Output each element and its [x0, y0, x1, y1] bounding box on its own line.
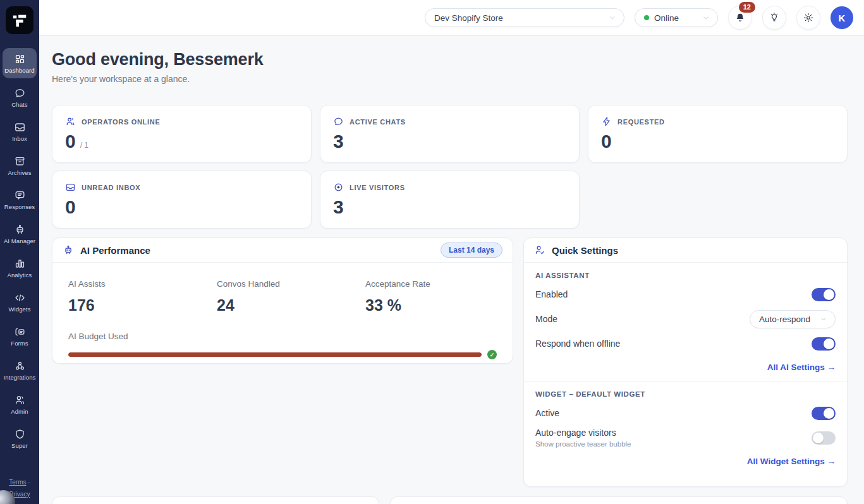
stat-value: 0 [65, 132, 76, 151]
sidebar-item-archives[interactable]: Archives [3, 150, 37, 181]
footer-separator: · [28, 479, 30, 486]
setting-label: Auto-engage visitors [535, 428, 631, 438]
section-heading-widget: WIDGET – DEFAULT WIDGET [535, 390, 836, 398]
sidebar-item-ai-manager[interactable]: AI Manager [3, 219, 37, 249]
chevron-down-icon [820, 315, 827, 323]
setting-row-respond-offline: Respond when offline [535, 332, 836, 355]
status-selector[interactable]: Online [635, 8, 718, 27]
app-window: Dashboard Chats Inbox Archives Responses… [0, 0, 864, 504]
settings-button[interactable] [796, 6, 820, 30]
sidebar-item-label: Integrations [4, 374, 36, 381]
stats-grid: OPERATORS ONLINE 0 / 1 ACTIVE CHATS 3 [52, 105, 848, 229]
lightning-icon [601, 116, 612, 127]
stat-card-live-visitors: LIVE VISITORS 3 [320, 171, 580, 229]
chat-bubble-icon [333, 116, 344, 127]
sidebar-item-integrations[interactable]: Integrations [3, 355, 37, 385]
sidebar-item-label: Admin [11, 408, 28, 415]
stat-card-operators-online: OPERATORS ONLINE 0 / 1 [52, 105, 312, 163]
user-avatar[interactable]: K [831, 6, 853, 29]
bell-icon [734, 12, 746, 23]
stat-label: OPERATORS ONLINE [82, 118, 160, 126]
all-ai-settings-link[interactable]: All AI Settings → [767, 363, 836, 372]
stat-card-unread-inbox: UNREAD INBOX 0 [52, 171, 312, 229]
sidebar-item-super[interactable]: Super [3, 423, 37, 453]
app-logo[interactable] [6, 6, 33, 34]
live-eye-icon [333, 182, 344, 193]
stat-label: UNREAD INBOX [82, 184, 140, 191]
sidebar-item-admin[interactable]: Admin [3, 389, 37, 419]
page-subtitle: Here's your workspace at a glance. [52, 74, 848, 84]
metric-acceptance-rate: Acceptance Rate 33 % [365, 279, 497, 315]
section-divider [524, 381, 847, 381]
enabled-toggle[interactable] [812, 288, 836, 301]
widget-active-toggle[interactable] [812, 407, 836, 420]
budget-progress-bar [68, 352, 482, 357]
setting-row-auto-engage: Auto-engage visitors Show proactive teas… [535, 426, 836, 449]
lightbulb-icon [769, 12, 780, 23]
stat-suffix: / 1 [80, 141, 88, 150]
recent-conversations-panel: Recent Conversations View All [390, 496, 848, 504]
bar-chart-icon [14, 258, 26, 270]
sidebar-item-label: Chats [11, 101, 27, 108]
online-dot-icon [644, 15, 649, 20]
mode-select[interactable]: Auto-respond [750, 310, 836, 328]
setting-label: Active [535, 408, 559, 418]
chevron-down-icon [609, 14, 616, 21]
metric-ai-assists: AI Assists 176 [68, 279, 217, 315]
sidebar-item-label: Super [11, 442, 28, 449]
terms-link[interactable]: Terms [9, 479, 26, 486]
sidebar-item-responses[interactable]: Responses [3, 184, 37, 215]
sidebar-nav: Dashboard Chats Inbox Archives Responses… [0, 48, 39, 457]
budget-progress-fill [68, 352, 482, 357]
logo-f-icon [11, 11, 28, 29]
all-widget-settings-link[interactable]: All Widget Settings → [747, 457, 836, 466]
section-heading-ai-assistant: AI ASSISTANT [535, 272, 836, 279]
inbox-icon [65, 182, 76, 193]
sidebar-item-label: Analytics [8, 272, 32, 279]
auto-engage-toggle[interactable] [812, 431, 836, 445]
sidebar-item-label: Widgets [8, 306, 30, 313]
page-title: Good evening, Bessemerk [52, 50, 848, 69]
sidebar-item-label: Inbox [12, 135, 27, 142]
setting-row-active: Active [535, 402, 836, 424]
setting-label: Respond when offline [535, 339, 620, 349]
quick-settings-panel: Quick Settings AI ASSISTANT Enabled Mode… [523, 237, 848, 487]
metric-label: Convos Handled [217, 279, 365, 289]
stat-card-requested: REQUESTED 0 [588, 105, 848, 163]
ai-performance-panel: AI Performance Last 14 days AI Assists 1… [52, 237, 513, 364]
store-selector[interactable]: Dev Shopify Store [425, 8, 624, 27]
integrations-icon [14, 360, 26, 372]
team-panel: Team View Team [52, 496, 379, 504]
stat-card-active-chats: ACTIVE CHATS 3 [320, 105, 580, 163]
setting-row-enabled: Enabled [535, 283, 836, 306]
stat-value: 3 [333, 198, 344, 217]
metric-value: 33 % [365, 296, 497, 315]
date-range-badge[interactable]: Last 14 days [441, 243, 502, 258]
person-check-icon [534, 244, 545, 256]
mode-select-value: Auto-respond [759, 315, 820, 324]
sidebar-item-analytics[interactable]: Analytics [3, 253, 37, 283]
sidebar-item-inbox[interactable]: Inbox [3, 116, 37, 147]
chat-bubble-icon [14, 87, 26, 99]
stat-label: ACTIVE CHATS [350, 118, 406, 126]
shield-icon [14, 428, 26, 440]
panels-row: AI Performance Last 14 days AI Assists 1… [52, 237, 848, 487]
sidebar-item-chats[interactable]: Chats [3, 82, 37, 112]
sidebar-item-label: Dashboard [4, 67, 34, 74]
sidebar-item-label: Archives [8, 169, 31, 176]
topbar: Dev Shopify Store Online 12 K [39, 0, 864, 36]
gear-icon [803, 12, 814, 23]
sidebar-item-label: Forms [11, 340, 28, 347]
metric-label: Acceptance Rate [365, 279, 497, 289]
setting-label: Mode [535, 314, 557, 324]
bottom-row: Team View Team Recent Conversations View… [52, 496, 848, 504]
stat-value: 0 [65, 198, 76, 217]
sidebar-item-widgets[interactable]: Widgets [3, 287, 37, 317]
panel-title: Quick Settings [552, 245, 837, 256]
sidebar-item-dashboard[interactable]: Dashboard [3, 48, 37, 78]
code-icon [14, 292, 26, 304]
notifications-button[interactable]: 12 [728, 6, 752, 30]
tips-button[interactable] [762, 6, 786, 30]
respond-offline-toggle[interactable] [812, 337, 836, 351]
sidebar-item-forms[interactable]: Forms [3, 321, 37, 351]
